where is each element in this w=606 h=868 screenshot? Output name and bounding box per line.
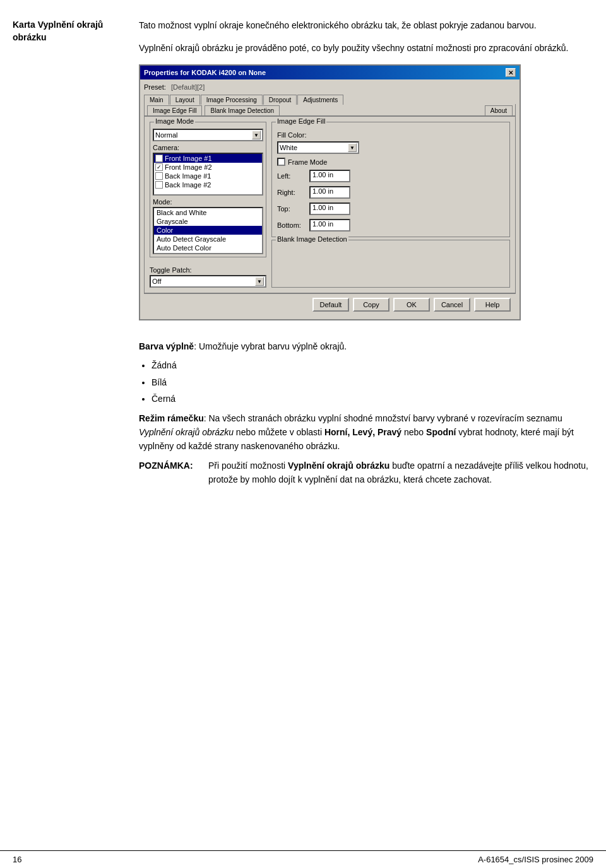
camera-listbox[interactable]: ✓ Front Image #1 ✓ Front Image #2 (153, 153, 263, 196)
image-mode-title: Image Mode (154, 117, 195, 125)
right-row: Right: 1.00 in (277, 186, 504, 199)
note-bold: Vyplnění okrajů obrázku (288, 460, 389, 471)
frame-mode-checkbox[interactable] (277, 158, 285, 166)
preset-value: [Default][2] (171, 83, 205, 91)
bullet-list: Žádná Bílá Černá (152, 358, 593, 406)
page: Karta Vyplnění okrajů obrázku Tato možno… (0, 0, 606, 868)
dialog-title: Properties for KODAK i4200 on None (144, 69, 266, 76)
tab-adjustments[interactable]: Adjustments (297, 95, 343, 105)
camera-label-3: Back Image #1 (165, 172, 211, 180)
mode-label: Mode: (153, 198, 263, 206)
image-mode-dropdown[interactable]: Normal ▼ (153, 129, 263, 141)
fill-color-dropdown[interactable]: White ▼ (277, 141, 359, 154)
frame-colon: : Na všech stranách obrázku vyplní shodn… (204, 413, 562, 423)
tab-main[interactable]: Main (144, 95, 169, 105)
fill-color-heading: Barva výplně (139, 341, 194, 351)
tab-image-processing[interactable]: Image Processing (201, 95, 263, 105)
subtab-about[interactable]: About (485, 105, 513, 115)
fill-color-row: Fill Color: (277, 131, 504, 139)
left-label: Left: (277, 172, 306, 180)
camera-label-4: Back Image #2 (165, 181, 211, 189)
tab-section: Main Layout Image Processing Dropout Adj… (144, 95, 516, 105)
footer-doc-id: A-61654_cs/ISIS prosinec 2009 (478, 855, 593, 864)
right-label: Right: (277, 189, 306, 196)
left-row: Left: 1.00 in (277, 170, 504, 182)
dialog-titlebar: Properties for KODAK i4200 on None ✕ (140, 66, 520, 79)
top-row: Top: 1.00 in (277, 202, 504, 215)
checkbox-front2[interactable]: ✓ (155, 163, 163, 171)
top-label: Top: (277, 205, 306, 213)
camera-item-1[interactable]: ✓ Front Image #1 (154, 154, 262, 163)
close-button[interactable]: ✕ (506, 68, 516, 77)
camera-item-3[interactable]: Back Image #1 (154, 172, 262, 180)
mode-auto-color[interactable]: Auto Detect Color (154, 243, 262, 252)
copy-button[interactable]: Copy (353, 298, 389, 312)
dropdown-arrow-icon: ▼ (252, 131, 261, 139)
frame-mode-heading: Režim rámečku (139, 413, 204, 423)
note-content: Při použití možnosti Vyplnění okrajů obr… (208, 459, 593, 487)
checkbox-back1[interactable] (155, 172, 163, 180)
intro-text-1: Tato možnost vyplní okraje konečného ele… (139, 19, 593, 32)
mode-auto-gray[interactable]: Auto Detect Grayscale (154, 235, 262, 243)
checkbox-back2[interactable] (155, 181, 163, 189)
image-mode-value: Normal (155, 131, 177, 139)
mode-color[interactable]: Color (154, 226, 262, 235)
frame-italic: Vyplnění okrajů obrázku (139, 427, 234, 437)
frame-desc3: nebo (401, 427, 426, 437)
left-panel: Image Mode Normal ▼ Camera: (150, 122, 266, 288)
mode-bw[interactable]: Black and White (154, 208, 262, 217)
intro-text-2: Vyplnění okrajů obrázku je prováděno pot… (139, 42, 593, 55)
camera-label-1: Front Image #1 (165, 155, 212, 162)
edge-fill-group-title: Image Edge Fill (276, 117, 326, 125)
fill-dropdown-row: White ▼ (277, 141, 504, 154)
fill-color-label: Fill Color: (277, 131, 312, 139)
note-row: POZNÁMKA: Při použití možnosti Vyplnění … (139, 459, 593, 487)
image-mode-group: Image Mode Normal ▼ Camera: (150, 122, 266, 257)
checkbox-front1[interactable]: ✓ (155, 155, 163, 162)
content-area: Karta Vyplnění okrajů obrázku Tato možno… (0, 0, 606, 850)
toggle-arrow-icon: ▼ (255, 277, 264, 286)
dialog-buttons: Default Copy OK Cancel Help (144, 293, 516, 315)
left-input[interactable]: 1.00 in (309, 170, 350, 182)
mode-listbox[interactable]: Black and White Grayscale Color Auto Det… (153, 207, 263, 254)
mode-grayscale[interactable]: Grayscale (154, 217, 262, 226)
camera-item-2[interactable]: ✓ Front Image #2 (154, 163, 262, 172)
image-mode-content: Normal ▼ Camera: ✓ Front Image #1 (153, 129, 263, 254)
bottom-input[interactable]: 1.00 in (309, 219, 350, 232)
bottom-row: Bottom: 1.00 in (277, 219, 504, 232)
frame-bold1: Horní, Levý, Pravý (324, 427, 401, 437)
toggle-dropdown[interactable]: Off ▼ (150, 275, 266, 288)
subtab-image-edge-fill[interactable]: Image Edge Fill (147, 105, 202, 115)
bullet-bila: Bílá (152, 375, 593, 389)
fill-color-paragraph: Barva výplně: Umožňuje vybrat barvu výpl… (139, 339, 593, 353)
preset-label: Preset: (144, 83, 166, 91)
dialog-window: Properties for KODAK i4200 on None ✕ Pre… (139, 64, 521, 320)
frame-mode-label: Frame Mode (288, 158, 327, 166)
tab-dropout[interactable]: Dropout (263, 95, 297, 105)
top-input[interactable]: 1.00 in (309, 202, 350, 215)
footer-page-number: 16 (13, 855, 21, 864)
bottom-label: Bottom: (277, 221, 306, 229)
fill-colon: : Umožňuje vybrat barvu výplně okrajů. (194, 341, 347, 351)
default-button[interactable]: Default (312, 298, 349, 312)
dialog-main: Image Mode Normal ▼ Camera: (144, 116, 516, 293)
camera-item-4[interactable]: Back Image #2 (154, 180, 262, 189)
ok-button[interactable]: OK (393, 298, 430, 312)
tab-layout[interactable]: Layout (170, 95, 200, 105)
right-input[interactable]: 1.00 in (309, 186, 350, 199)
toggle-patch-area: Toggle Patch: Off ▼ (150, 264, 266, 288)
bullet-cerna: Černá (152, 392, 593, 406)
note-label: POZNÁMKA: (139, 459, 202, 487)
preset-row: Preset: [Default][2] (144, 83, 516, 91)
toggle-label: Toggle Patch: (150, 266, 266, 274)
cancel-button[interactable]: Cancel (434, 298, 470, 312)
tabs-top: Main Layout Image Processing Dropout Adj… (144, 95, 343, 105)
subtab-blank-image-detection[interactable]: Blank Image Detection (205, 105, 280, 115)
dialog-body: Preset: [Default][2] Main Layout Image P… (140, 79, 520, 319)
body-text: Barva výplně: Umožňuje vybrat barvu výpl… (139, 339, 593, 487)
right-column: Tato možnost vyplní okraje konečného ele… (139, 19, 593, 838)
camera-label-2: Front Image #2 (165, 163, 212, 171)
left-column: Karta Vyplnění okrajů obrázku (13, 19, 139, 838)
help-button[interactable]: Help (474, 298, 511, 312)
blank-det-title: Blank Image Detection (276, 235, 348, 243)
